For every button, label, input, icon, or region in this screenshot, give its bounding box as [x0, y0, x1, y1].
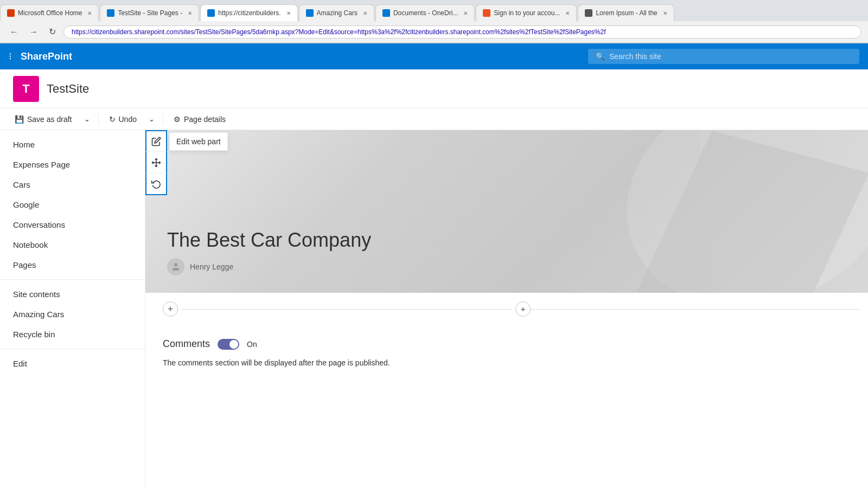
sidebar-item-site-contents[interactable]: Site contents	[0, 284, 145, 304]
tab-3-label: https://citizenbuilders.	[218, 9, 280, 17]
waffle-icon[interactable]: ⁝	[9, 50, 12, 62]
hero-content: The Best Car Company Henry Legge	[167, 229, 371, 275]
tab-5-close[interactable]: ✕	[463, 10, 468, 16]
tab-7-favicon	[585, 9, 592, 17]
sidebar-item-google[interactable]: Google	[0, 195, 145, 215]
tab-1[interactable]: Microsoft Office Home ✕	[0, 4, 99, 21]
section-divider-line-2	[531, 309, 859, 310]
move-icon	[151, 158, 161, 168]
hero-title: The Best Car Company	[167, 229, 371, 252]
sidebar-item-notebook[interactable]: Notebook	[0, 235, 145, 255]
toolbar-separator-1	[98, 114, 99, 125]
tab-6[interactable]: Sign in to your accou... ✕	[476, 4, 577, 21]
edit-webpart-tooltip: Edit web part	[169, 132, 228, 151]
tab-4[interactable]: Amazing Cars ✕	[299, 4, 374, 21]
sidebar-item-edit[interactable]: Edit	[0, 354, 145, 374]
site-title: TestSite	[47, 82, 89, 96]
page-toolbar: 💾 Save as draft ⌄ ↻ Undo ⌄ ⚙ Page detail…	[0, 108, 868, 130]
section-divider-area: + +	[145, 293, 868, 325]
tab-1-close[interactable]: ✕	[87, 10, 92, 16]
main-layout: Home Expenses Page Cars Google Conversat…	[0, 130, 868, 488]
undo-label: Undo	[119, 115, 137, 124]
search-input[interactable]	[609, 52, 852, 61]
comments-info-text: The comments section will be displayed a…	[163, 358, 851, 367]
sidebar-item-pages[interactable]: Pages	[0, 255, 145, 275]
tab-5[interactable]: Documents - OneDri... ✕	[375, 4, 475, 21]
forward-button[interactable]: →	[26, 25, 41, 39]
toggle-thumb	[229, 340, 238, 349]
webpart-toolbar: Edit web part	[145, 130, 167, 195]
tab-2-favicon	[107, 9, 114, 17]
hero-banner: The Best Car Company Henry Legge	[145, 130, 868, 293]
tab-7-close[interactable]: ✕	[663, 10, 667, 16]
tab-3[interactable]: https://citizenbuilders. ✕	[200, 4, 297, 21]
tab-1-label: Microsoft Office Home	[18, 9, 82, 17]
page-content: Edit web part	[145, 130, 868, 488]
tab-4-label: Amazing Cars	[317, 9, 358, 17]
page-details-button[interactable]: ⚙ Page details	[168, 111, 232, 127]
settings-icon: ⚙	[174, 115, 181, 124]
back-button[interactable]: ←	[7, 25, 22, 39]
undo-webpart-icon	[151, 179, 161, 189]
sidebar-item-amazing-cars[interactable]: Amazing Cars	[0, 304, 145, 324]
tab-6-favicon	[483, 9, 490, 17]
section-divider-row: + +	[145, 297, 868, 321]
undo-icon: ↻	[109, 115, 116, 124]
tab-4-close[interactable]: ✕	[363, 10, 367, 16]
user-icon	[171, 262, 181, 272]
save-draft-label: Save as draft	[27, 115, 72, 124]
webpart-container: Edit web part	[145, 130, 868, 293]
page-details-label: Page details	[184, 115, 226, 124]
site-header: T TestSite	[0, 69, 868, 108]
sidebar-item-recycle-bin[interactable]: Recycle bin	[0, 324, 145, 344]
hero-author: Henry Legge	[167, 258, 371, 275]
pencil-icon	[151, 137, 161, 146]
comments-section: Comments On The comments section will be…	[145, 325, 868, 380]
add-section-center-button[interactable]: +	[515, 301, 531, 317]
tab-3-close[interactable]: ✕	[286, 10, 291, 16]
comments-toggle[interactable]	[218, 339, 239, 350]
sidebar-item-expenses-page[interactable]: Expenses Page	[0, 155, 145, 175]
tab-7-label: Lorem Ipsum - All the	[596, 9, 657, 17]
tab-2-label: TestSite - Site Pages -	[118, 9, 182, 17]
hero-shape-3	[589, 130, 713, 293]
url-input[interactable]	[63, 25, 861, 38]
undo-chevron[interactable]: ⌄	[145, 111, 158, 127]
refresh-button[interactable]: ↻	[46, 24, 59, 39]
comments-header: Comments On	[163, 338, 851, 350]
svg-point-2	[174, 263, 177, 266]
tab-3-favicon	[207, 9, 215, 17]
tab-5-favicon	[382, 9, 390, 17]
tab-6-close[interactable]: ✕	[565, 10, 570, 16]
toggle-on-label: On	[247, 340, 257, 349]
tab-1-favicon	[7, 9, 15, 17]
sidebar: Home Expenses Page Cars Google Conversat…	[0, 130, 145, 488]
save-draft-chevron[interactable]: ⌄	[80, 111, 94, 127]
sidebar-item-home[interactable]: Home	[0, 134, 145, 155]
search-bar[interactable]: 🔍	[588, 49, 859, 64]
move-webpart-button[interactable]	[145, 152, 167, 174]
sidebar-item-cars[interactable]: Cars	[0, 175, 145, 195]
section-divider-line	[182, 309, 511, 310]
tab-2[interactable]: TestSite - Site Pages - ✕	[100, 4, 199, 21]
add-section-button[interactable]: +	[163, 301, 178, 317]
sidebar-divider	[0, 279, 145, 280]
avatar	[167, 258, 184, 275]
tab-6-label: Sign in to your accou...	[494, 9, 560, 17]
edit-webpart-button[interactable]	[145, 130, 167, 152]
delete-webpart-button[interactable]	[145, 174, 167, 195]
tab-bar: Microsoft Office Home ✕ TestSite - Site …	[0, 0, 868, 21]
author-name: Henry Legge	[190, 262, 233, 271]
site-logo: T	[13, 76, 39, 102]
sharepoint-header: ⁝ SharePoint 🔍	[0, 43, 868, 69]
tab-4-favicon	[306, 9, 314, 17]
tab-7[interactable]: Lorem Ipsum - All the ✕	[578, 4, 674, 21]
save-icon: 💾	[15, 115, 24, 124]
undo-button[interactable]: ↻ Undo	[103, 111, 143, 127]
tab-2-close[interactable]: ✕	[188, 10, 192, 16]
toolbar-separator-2	[163, 114, 163, 125]
save-draft-button[interactable]: 💾 Save as draft	[9, 111, 78, 127]
address-bar: ← → ↻	[0, 21, 868, 43]
sidebar-item-conversations[interactable]: Conversations	[0, 215, 145, 235]
comments-label: Comments	[163, 338, 210, 350]
